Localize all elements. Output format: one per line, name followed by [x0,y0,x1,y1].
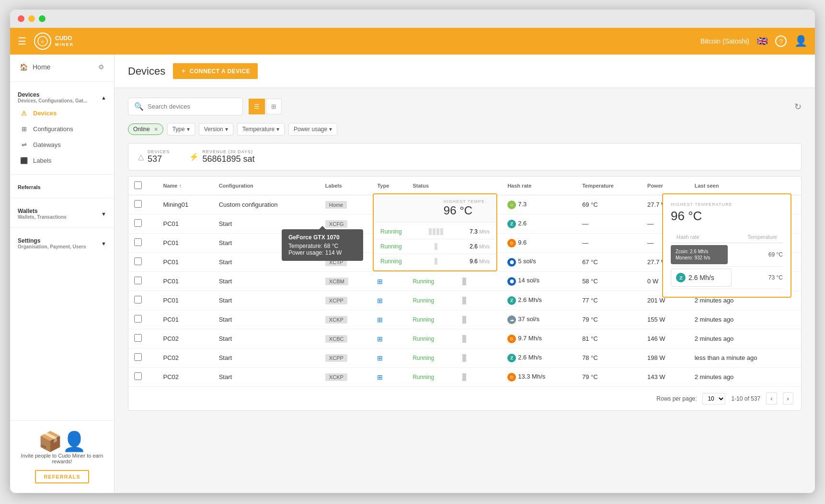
select-all-checkbox[interactable] [134,181,142,189]
sidebar-referral-banner: 📦👤 Invite people to Cudo Miner to earn r… [10,420,114,493]
row-temp: 81 °C [576,329,642,348]
settings-expand-icon[interactable]: ▼ [101,241,106,246]
list-view-button[interactable]: ☰ [249,99,265,114]
filter-type-label: Type [172,126,185,133]
currency-label: Bitcoin (Satoshi) [700,37,749,45]
settings-icon[interactable]: ⚙ [98,63,104,71]
referrals-button[interactable]: REFERRALS [35,470,89,483]
col-config: Configuration [213,177,320,195]
popup-row3-hash: 9.6 Mh/s [470,258,490,265]
home-icon: 🏠 [20,63,28,71]
devices-table-container: Name ↑ Configuration Labels Type Status … [128,176,802,411]
minimize-button[interactable] [28,15,35,22]
row-name: PC01 [158,291,213,310]
sidebar-item-configurations[interactable]: ⊞ Configurations [10,121,114,137]
row-type: ⊞ [371,348,407,368]
row-status: Running [407,272,457,291]
row-label: XCBM [320,272,372,291]
titlebar-buttons [18,15,46,22]
connect-btn-label: CONNECT A DEVICE [190,68,250,75]
table-row[interactable]: PC01 Start XCKP ⊞ Running ☁37 sol/s 79 °… [128,310,801,329]
sidebar-item-devices[interactable]: ⚠ Devices [10,105,114,121]
sidebar-referrals-header: Referrals [10,180,114,192]
filter-type[interactable]: Type ▾ [167,123,195,135]
row-type: ⊞ [371,272,407,291]
row-config: Start [213,348,320,368]
filter-online-close[interactable]: ✕ [154,126,158,133]
table-row[interactable]: PC02 Start XCBC ⊞ Running Ð9.7 Mh/s 81 °… [128,329,801,348]
row-hashrate: Ƶ2.6 Mh/s [502,348,576,368]
refresh-button[interactable]: ↻ [794,101,802,112]
popup-right-temp: 96 °C [671,209,783,224]
row-type: ⊞ [371,310,407,329]
popup-col-hash: Hash rate [671,229,732,243]
row-hashrate: Ƶ2.6 [502,214,576,234]
filter-online-label: Online [133,126,150,133]
help-icon[interactable]: ? [775,35,787,47]
col-power: Power [642,177,689,195]
pagination-range: 1-10 of 537 [731,395,760,402]
sidebar-configurations-label: Configurations [33,125,73,133]
svg-text:C: C [41,40,44,44]
sidebar-home-section: 🏠 Home ⚙ [10,55,114,79]
filters-bar: Online ✕ Type ▾ Version ▾ Temperature [128,123,802,135]
next-page-button[interactable]: › [783,392,793,404]
popup-row2-hash: 2.6 Mh/s [470,243,490,250]
sidebar-settings-header: Settings Organisation, Payment, Users ▼ [10,234,114,251]
popup-row2-status: Running [380,243,402,250]
connect-device-button[interactable]: ＋ CONNECT A DEVICE [173,63,258,79]
sidebar-referrals-label: Referrals [18,184,41,190]
search-icon: 🔍 [134,102,144,111]
row-hashrate: Ð13.3 Mh/s [502,368,576,387]
flag-icon[interactable]: 🇬🇧 [757,36,768,46]
row-temp: 67 °C [576,253,642,272]
stat-revenue: ⚡ REVENUE (30 DAYS) 56861895 sat [189,149,255,164]
stat-devices: △ DEVICES 537 [138,149,170,164]
sidebar-item-gateways[interactable]: ⇌ Gateways [10,137,114,153]
sidebar-home-item[interactable]: 🏠 Home ⚙ [10,58,114,76]
search-box: 🔍 [128,98,243,115]
filter-temperature[interactable]: Temperature ▾ [237,123,285,135]
devices-warning-icon: ⚠ [20,110,28,117]
row-hashrate: Ð9.7 Mh/s [502,329,576,348]
revenue-icon: ⚡ [189,152,199,161]
hamburger-menu-icon[interactable]: ☰ [18,35,26,47]
col-name[interactable]: Name ↑ [158,177,213,195]
sidebar-gateways-label: Gateways [33,141,61,148]
main-content-area: Devices ＋ CONNECT A DEVICE 🔍 ☰ [115,55,815,493]
filter-power-usage[interactable]: Power usage ▾ [288,123,337,135]
row-status: Running [407,368,457,387]
rows-per-page-select[interactable]: 10 25 50 [702,393,725,404]
col-hashrate: Hash rate [502,177,576,195]
table-header: Name ↑ Configuration Labels Type Status … [128,177,801,195]
filter-power-label: Power usage [294,126,327,133]
row-config: Start [213,291,320,310]
close-button[interactable] [18,15,24,22]
user-icon[interactable]: 👤 [794,35,807,47]
table-row[interactable]: PC02 Start XCPP ⊞ Running Ƶ2.6 Mh/s 78 °… [128,348,801,368]
popup-hash-value: 2.6 Mh/s [688,274,714,281]
labels-icon: ⬛ [20,157,28,164]
sidebar-group-devices-label: Devices [18,91,87,98]
row-hashrate: ⬤14 sol/s [502,272,576,291]
row-status: Running [407,348,457,368]
app-layout: ☰ C CUDO MINER Bitcoin (Satoshi) [10,28,815,493]
col-status: Status [407,177,457,195]
prev-page-button[interactable]: ‹ [766,392,777,404]
sidebar-item-labels[interactable]: ⬛ Labels [10,153,114,168]
collapse-icon[interactable]: ▲ [101,95,106,101]
grid-view-button[interactable]: ⊞ [266,99,282,114]
table-row[interactable]: PC02 Start XCKP ⊞ Running Ð13.3 Mh/s 79 … [128,368,801,387]
stat-devices-label: DEVICES [148,149,170,154]
row-label: Home [320,195,372,214]
row-label: XCKP [320,310,372,329]
row-lastseen: 2 minutes ago [689,368,801,387]
row-config: Start [213,253,320,272]
col-checkbox [128,177,158,195]
row-hashrate: ⬤5 sol/s [502,253,576,272]
filter-online[interactable]: Online ✕ [128,123,163,135]
search-input[interactable] [148,103,237,110]
filter-version[interactable]: Version ▾ [199,123,233,135]
maximize-button[interactable] [39,15,46,22]
wallets-expand-icon[interactable]: ▼ [101,211,106,217]
